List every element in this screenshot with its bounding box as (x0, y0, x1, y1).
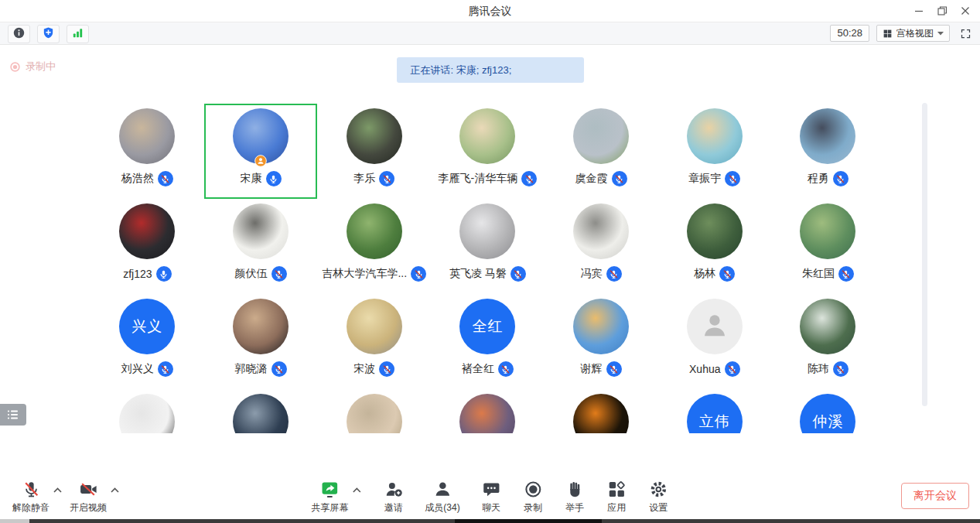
mic-muted-icon (833, 361, 849, 377)
participant-tile[interactable]: 仲溪 (771, 389, 885, 433)
share-button[interactable]: 共享屏幕 (311, 479, 348, 514)
minimize-button[interactable] (907, 0, 930, 22)
participant-tile[interactable]: 杨林 (657, 199, 771, 294)
participant-name-row: 宋波 (353, 361, 394, 377)
participant-name: 虞金霞 (575, 172, 608, 186)
window-title: 腾讯会议 (0, 0, 980, 22)
participant-avatar: 兴义 (119, 299, 175, 354)
participant-name: 冯宾 (581, 267, 603, 281)
info-button[interactable] (8, 25, 30, 43)
screen-share-icon (319, 479, 340, 500)
participant-name-row: 朱红国 (802, 266, 854, 282)
participant-avatar (573, 394, 629, 433)
unmute-button[interactable]: 解除静音 (12, 479, 50, 514)
participant-name: 宋康 (241, 172, 262, 186)
hand-label: 举手 (565, 501, 584, 514)
unmute-chevron-up-icon[interactable] (53, 485, 63, 495)
participant-tile[interactable] (204, 389, 318, 433)
speaking-text: 正在讲话: 宋康; zfj123; (411, 63, 512, 77)
participant-tile[interactable]: 陈玮 (771, 294, 885, 389)
participant-tile[interactable]: 谢辉 (545, 294, 658, 389)
participant-tile[interactable]: 英飞凌 马磐 (431, 199, 545, 294)
leave-meeting-button[interactable]: 离开会议 (901, 483, 969, 509)
mic-muted-icon (725, 171, 740, 186)
participant-avatar: 全红 (459, 299, 515, 354)
participant-tile[interactable]: 程勇 (771, 104, 885, 199)
participant-tile[interactable]: Xuhua (657, 294, 771, 389)
participant-tile[interactable]: 章振宇 (657, 104, 771, 199)
participant-name: zfj123 (123, 268, 152, 280)
fullscreen-icon (960, 28, 971, 39)
network-signal-button[interactable] (67, 25, 89, 43)
participant-avatar (119, 108, 175, 164)
participant-name-row: 杨浩然 (121, 171, 173, 186)
participant-avatar (459, 394, 515, 433)
participant-name-row: 英飞凌 马磐 (449, 266, 526, 282)
restore-button[interactable] (930, 0, 954, 22)
participant-tile[interactable]: 杨浩然 (90, 104, 204, 199)
participant-tile[interactable]: 朱红国 (771, 199, 885, 294)
participant-grid: 杨浩然宋康李乐李雁飞-清华车辆虞金霞章振宇程勇zfj123颜伏伍吉林大学汽车学.… (90, 104, 886, 433)
mic-muted-icon (606, 266, 622, 282)
participant-name: 颜伏伍 (235, 267, 268, 281)
record-button[interactable]: 录制 (523, 479, 544, 514)
taskbar-strip-light (0, 519, 29, 523)
meeting-window: 腾讯会议 50:28 宫格视图 (0, 0, 980, 523)
fullscreen-button[interactable] (957, 25, 974, 42)
participant-tile[interactable]: 李乐 (317, 104, 431, 199)
mic-muted-icon (271, 361, 287, 377)
participant-name-row: 虞金霞 (575, 171, 627, 186)
invite-button[interactable]: 邀请 (383, 479, 404, 514)
hand-button[interactable]: 举手 (565, 479, 586, 514)
participant-tile[interactable]: 冯宾 (545, 199, 658, 294)
network-signal-icon (71, 26, 84, 43)
member-list-toggle[interactable] (0, 404, 26, 426)
participant-tile[interactable]: 虞金霞 (545, 104, 658, 199)
participant-tile[interactable] (90, 389, 204, 433)
share-chevron-up-icon[interactable] (351, 485, 361, 495)
participant-name-row: 杨林 (694, 266, 735, 282)
info-icon (12, 26, 26, 43)
participant-tile[interactable] (431, 389, 545, 433)
participant-name: 郭晓潞 (235, 362, 268, 376)
participant-tile[interactable]: 吉林大学汽车学... (317, 199, 431, 294)
video-button[interactable]: 开启视频 (70, 479, 107, 514)
speaking-banner: 正在讲话: 宋康; zfj123; (397, 57, 584, 83)
participant-tile[interactable]: 立伟 (657, 389, 771, 433)
participant-tile[interactable]: 李雁飞-清华车辆 (431, 104, 545, 199)
participant-tile[interactable] (545, 389, 658, 433)
participant-tile[interactable]: 郭晓潞 (204, 294, 318, 389)
layout-view-button[interactable]: 宫格视图 (876, 25, 950, 42)
participant-avatar (800, 299, 855, 354)
record-label: 录制 (524, 501, 542, 514)
grid-scrollbar[interactable] (922, 103, 927, 406)
participant-avatar (800, 108, 855, 164)
bottom-toolbar-left: 解除静音开启视频 (12, 479, 121, 514)
participant-name-row: 郭晓潞 (235, 361, 287, 377)
members-button[interactable]: 成员(34) (425, 479, 459, 514)
close-button[interactable] (954, 0, 977, 22)
share-label: 共享屏幕 (311, 501, 348, 514)
settings-button[interactable]: 设置 (648, 479, 669, 514)
shield-plus-button[interactable] (37, 25, 60, 43)
members-icon (432, 479, 453, 500)
apps-button[interactable]: 应用 (606, 479, 627, 514)
participant-avatar (119, 203, 175, 259)
video-chevron-up-icon[interactable] (110, 485, 120, 495)
participant-tile[interactable]: 宋康 (204, 104, 318, 199)
participant-avatar (119, 394, 175, 433)
minimize-icon (914, 6, 924, 15)
participant-tile[interactable]: 兴义刘兴义 (90, 294, 204, 389)
participant-tile[interactable]: 颜伏伍 (204, 199, 318, 294)
participant-avatar (687, 203, 743, 259)
participant-avatar (233, 108, 289, 164)
participant-tile[interactable] (317, 389, 431, 433)
participant-tile[interactable]: 宋波 (317, 294, 431, 389)
participant-tile[interactable]: zfj123 (90, 199, 204, 294)
chat-button[interactable]: 聊天 (481, 479, 502, 514)
participant-tile[interactable]: 全红褚全红 (431, 294, 545, 389)
mic-muted-icon (158, 171, 173, 186)
participant-avatar (573, 299, 629, 354)
participant-avatar (233, 299, 289, 354)
video-label: 开启视频 (70, 501, 107, 514)
